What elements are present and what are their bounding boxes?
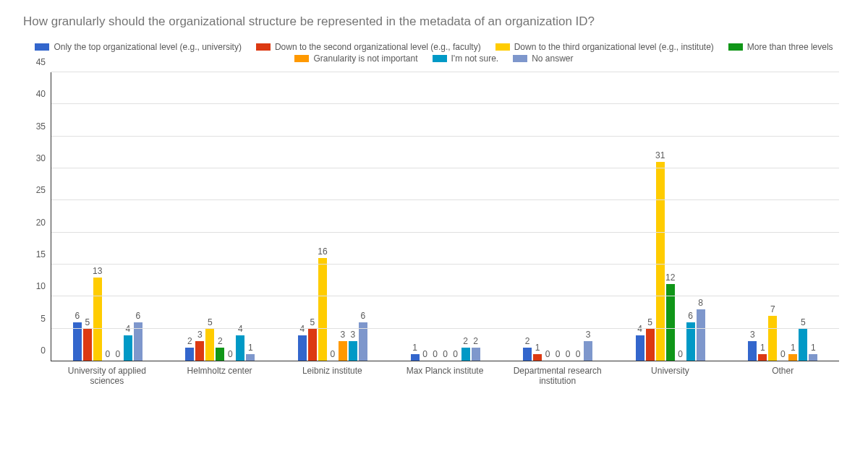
- legend-swatch: [256, 43, 271, 51]
- grid-line: [51, 296, 839, 296]
- bar: 1: [246, 354, 255, 361]
- bar-value-label: 4: [125, 324, 130, 335]
- bar-value-label: 1: [811, 343, 816, 354]
- legend-label: More than three levels: [747, 42, 833, 52]
- legend-item: More than three levels: [728, 42, 833, 52]
- bar: 3: [339, 341, 347, 361]
- y-tick-label: 40: [36, 89, 51, 99]
- bar-value-label: 0: [443, 349, 448, 361]
- x-axis-labels: University of applied sciencesHelmholtz …: [51, 366, 839, 386]
- bar: 3: [748, 341, 757, 361]
- legend-item: Granularity is not important: [294, 53, 417, 64]
- legend-label: Granularity is not important: [313, 53, 417, 64]
- bar: 1: [411, 354, 420, 361]
- legend-swatch: [294, 55, 309, 62]
- bar-value-label: 1: [412, 343, 417, 354]
- y-tick-label: 10: [36, 281, 51, 291]
- bar-value-label: 6: [688, 311, 693, 322]
- y-tick-label: 0: [41, 345, 51, 356]
- bar: 2: [472, 348, 480, 361]
- bar: 2: [185, 348, 194, 361]
- bar: 7: [768, 316, 777, 361]
- bar-value-label: 8: [698, 298, 703, 309]
- legend-item: I'm not sure.: [433, 53, 499, 64]
- bar-value-label: 3: [197, 330, 203, 341]
- bar: 1: [788, 354, 797, 361]
- bar: 4: [236, 335, 244, 361]
- bar-value-label: 3: [351, 330, 356, 341]
- grid-line: [51, 328, 839, 329]
- bar-value-label: 12: [665, 272, 675, 284]
- y-tick-label: 15: [36, 249, 51, 259]
- y-tick-label: 25: [36, 185, 51, 195]
- bar: 1: [533, 354, 542, 361]
- grid-line: [51, 72, 839, 72]
- y-tick-label: 20: [36, 218, 51, 228]
- bar-value-label: 0: [780, 349, 786, 361]
- legend-swatch: [495, 43, 510, 51]
- bar-value-label: 0: [576, 349, 581, 361]
- legend-label: Down to the second organizational level …: [275, 42, 481, 52]
- bar: 3: [349, 341, 357, 361]
- bar-value-label: 5: [647, 317, 652, 329]
- bar-value-label: 0: [228, 349, 233, 361]
- bar-value-label: 0: [433, 349, 438, 361]
- bar: 2: [523, 348, 532, 361]
- x-tick-label: Other: [726, 366, 839, 386]
- bar-value-label: 31: [655, 150, 665, 162]
- bar-value-label: 2: [187, 336, 192, 348]
- legend-swatch: [433, 55, 447, 62]
- legend: Only the top organizational level (e.g.,…: [36, 42, 832, 65]
- legend-item: Down to the third organizational level (…: [495, 42, 714, 52]
- bar-value-label: 4: [637, 324, 642, 335]
- y-tick-label: 5: [41, 314, 51, 324]
- legend-row: Only the top organizational level (e.g.,…: [36, 42, 832, 53]
- bar-value-label: 0: [105, 349, 110, 361]
- bar-value-label: 5: [801, 317, 806, 329]
- bar-value-label: 0: [422, 349, 427, 361]
- bar-value-label: 0: [566, 349, 571, 361]
- bar-value-label: 13: [93, 266, 102, 278]
- bar-value-label: 0: [331, 349, 336, 361]
- bar-groups: 6513004623520414516033610000222100003453…: [51, 72, 839, 361]
- bar: 4: [636, 335, 644, 361]
- bar-value-label: 1: [248, 343, 253, 354]
- bar-value-label: 1: [760, 343, 765, 354]
- bar: 2: [461, 348, 470, 361]
- bar: 5: [83, 329, 92, 361]
- bar-value-label: 6: [75, 311, 80, 322]
- legend-swatch: [35, 43, 49, 51]
- bar: 5: [646, 329, 655, 361]
- bar: 31: [656, 162, 665, 361]
- y-tick-label: 35: [36, 121, 51, 132]
- bar: 3: [195, 341, 204, 361]
- bar-value-label: 1: [535, 343, 540, 354]
- bar-value-label: 6: [135, 311, 140, 322]
- bar: 5: [799, 329, 807, 361]
- grid-line: [51, 232, 839, 233]
- bar-value-label: 3: [750, 330, 755, 341]
- bar: 8: [697, 309, 705, 361]
- grid-line: [51, 199, 839, 200]
- bar-value-label: 0: [545, 349, 550, 361]
- bar-value-label: 0: [115, 349, 120, 361]
- legend-label: Down to the third organizational level (…: [514, 42, 714, 52]
- legend-item: Down to the second organizational level …: [256, 42, 481, 52]
- legend-row: Granularity is not importantI'm not sure…: [36, 53, 832, 65]
- bar-value-label: 0: [678, 349, 683, 361]
- bar-value-label: 5: [208, 317, 213, 329]
- bar-value-label: 2: [473, 336, 478, 348]
- grid-line: [51, 264, 839, 265]
- x-tick-label: Helmholtz center: [163, 366, 276, 386]
- chart-title: How granularly should the organizational…: [23, 14, 854, 29]
- bar-group: 3170151: [726, 72, 839, 361]
- plot-wrap: 6513004623520414516033610000222100003453…: [51, 72, 839, 390]
- bar: 4: [298, 335, 307, 361]
- bar-value-label: 2: [463, 336, 468, 348]
- bar-group: 1000022: [389, 72, 502, 361]
- bar-group: 65130046: [51, 72, 164, 361]
- legend-swatch: [513, 55, 527, 62]
- x-tick-label: Max Planck institute: [388, 366, 501, 386]
- legend-label: No answer: [532, 53, 573, 64]
- grid-line: [51, 136, 839, 137]
